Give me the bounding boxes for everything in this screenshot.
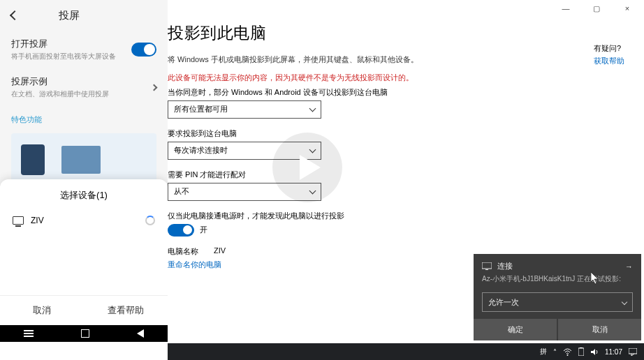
maximize-button[interactable]: ▢ xyxy=(592,4,601,13)
chevron-down-icon xyxy=(622,299,627,305)
pin-label: 需要 PIN 才能进行配对 xyxy=(168,170,623,180)
warning-text: 此设备可能无法显示你的内容，因为其硬件不是专为无线投影而设计的。 xyxy=(168,73,623,83)
sheet-cancel-button[interactable]: 取消 xyxy=(0,296,84,325)
sheet-title: 选择设备(1) xyxy=(0,189,168,202)
svg-point-2 xyxy=(566,354,568,356)
svg-rect-1 xyxy=(485,269,488,270)
availability-dropdown[interactable]: 所有位置都可用 xyxy=(168,100,321,119)
open-cast-label: 打开投屏 xyxy=(11,38,116,50)
help-title: 有疑问? xyxy=(594,43,624,54)
sheet-help-button[interactable]: 查看帮助 xyxy=(84,296,168,325)
taskbar[interactable]: 拼 ˄ 11:07 xyxy=(168,343,644,360)
arrow-right-icon[interactable]: → xyxy=(625,262,633,271)
cast-example-label: 投屏示例 xyxy=(11,75,109,88)
play-overlay[interactable] xyxy=(272,133,342,202)
volume-icon[interactable] xyxy=(590,348,599,356)
feature-illustration xyxy=(11,133,156,186)
pin-value: 从不 xyxy=(174,186,189,197)
svg-rect-0 xyxy=(482,262,492,269)
tv-icon xyxy=(13,216,24,225)
chevron-right-icon xyxy=(151,84,158,91)
power-label: 仅当此电脑接通电源时，才能发现此电脑以进行投影 xyxy=(168,211,623,221)
power-toggle[interactable] xyxy=(168,224,194,237)
pcname-label: 电脑名称 xyxy=(168,246,198,257)
action-center-icon[interactable] xyxy=(629,348,637,356)
toast-device-line: Az-小米手机-bJ1BHKaisK1tnJ 正在尝试投影: xyxy=(482,274,633,284)
svg-rect-3 xyxy=(578,348,584,356)
open-cast-toggle[interactable] xyxy=(131,43,156,57)
menu-icon[interactable] xyxy=(24,333,34,334)
phone-panel: 投屏 打开投屏 将手机画面投射至电视等大屏设备 投屏示例 在文档、游戏和相册中使… xyxy=(0,0,168,342)
cast-example-sub: 在文档、游戏和相册中使用投屏 xyxy=(11,89,109,99)
battery-icon[interactable] xyxy=(578,347,584,356)
svg-rect-4 xyxy=(580,347,583,348)
play-icon xyxy=(300,155,321,180)
toast-ok-button[interactable]: 确定 xyxy=(474,319,557,340)
open-cast-sub: 将手机画面投射至电视等大屏设备 xyxy=(11,52,116,61)
ask-label: 要求投影到这台电脑 xyxy=(168,128,623,139)
toast-title: 连接 xyxy=(497,261,513,271)
back-icon[interactable] xyxy=(10,10,20,20)
home-icon[interactable] xyxy=(81,329,89,338)
help-sidebar: 有疑问? 获取帮助 xyxy=(594,43,624,66)
page-description: 将 Windows 手机或电脑投影到此屏幕，并使用其键盘、鼠标和其他设备。 xyxy=(168,54,623,66)
back-nav-icon[interactable] xyxy=(137,329,144,338)
toast-permission-value: 允许一次 xyxy=(488,297,519,308)
pcname-value: ZIV xyxy=(214,246,226,257)
device-row[interactable]: ZIV xyxy=(0,209,168,232)
toast-cancel-button[interactable]: 取消 xyxy=(558,319,641,340)
ime-indicator[interactable]: 拼 xyxy=(540,347,547,357)
phone-navbar xyxy=(0,325,168,342)
wifi-icon[interactable] xyxy=(563,348,572,356)
phone-title: 投屏 xyxy=(59,9,80,22)
open-cast-row[interactable]: 打开投屏 将手机画面投射至电视等大屏设备 xyxy=(0,31,168,68)
page-title: 投影到此电脑 xyxy=(168,22,623,44)
chevron-down-icon xyxy=(309,105,316,112)
availability-value: 所有位置都可用 xyxy=(174,104,228,114)
tray-chevron-icon[interactable]: ˄ xyxy=(553,348,557,356)
close-button[interactable]: × xyxy=(623,4,631,13)
device-name: ZIV xyxy=(31,216,44,225)
device-sheet: 选择设备(1) ZIV 取消 查看帮助 xyxy=(0,179,168,325)
system-tray[interactable]: 拼 ˄ 11:07 xyxy=(540,347,637,357)
toggle-state: 开 xyxy=(200,225,207,235)
optin-label: 当你同意时，部分 Windows 和 Android 设备可以投影到这台电脑 xyxy=(168,87,623,98)
ask-value: 每次请求连接时 xyxy=(174,145,228,156)
titlebar: — ▢ × xyxy=(168,0,644,17)
phone-header: 投屏 xyxy=(0,0,168,31)
help-link[interactable]: 获取帮助 xyxy=(594,56,624,66)
feature-section-label: 特色功能 xyxy=(0,106,168,128)
minimize-button[interactable]: — xyxy=(562,4,570,13)
mouse-cursor-icon xyxy=(591,272,599,285)
cast-icon xyxy=(482,262,492,270)
toast-permission-dropdown[interactable]: 允许一次 xyxy=(482,292,633,312)
cast-example-row[interactable]: 投屏示例 在文档、游戏和相册中使用投屏 xyxy=(0,68,168,106)
loading-spinner-icon xyxy=(145,216,155,225)
connect-toast: 连接 → Az-小米手机-bJ1BHKaisK1tnJ 正在尝试投影: 允许一次… xyxy=(474,254,641,340)
svg-rect-5 xyxy=(629,348,637,354)
clock[interactable]: 11:07 xyxy=(605,348,622,356)
